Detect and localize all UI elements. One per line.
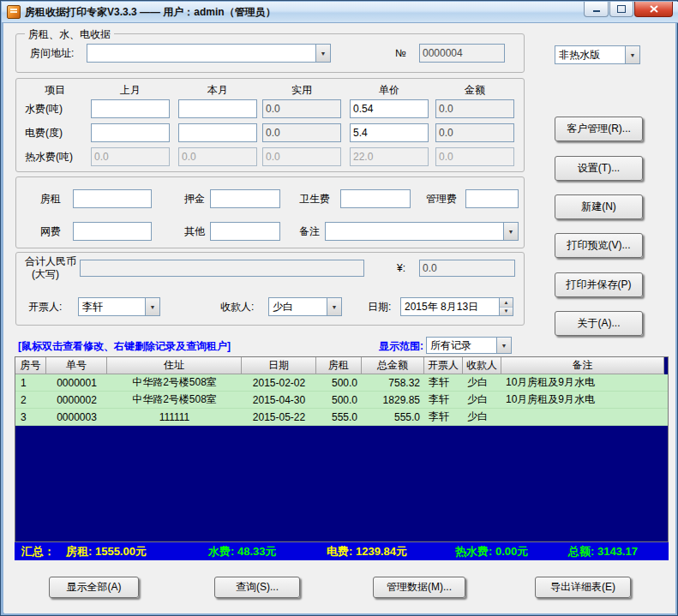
cell-remark: 10月房租及9月水电 (501, 374, 664, 391)
table-row[interactable]: 2 0000002 中华路2号楼508室 2015-04-30 500.0 18… (15, 392, 668, 409)
internet-label: 网费 (40, 222, 61, 241)
room-address-combo[interactable]: ▼ (87, 44, 331, 63)
print-save-button[interactable]: 打印并保存(P) (555, 272, 643, 297)
deposit-input[interactable] (210, 189, 280, 208)
fee-grid-groupbox: 项目 上月 本月 实用 单价 金额 水费(吨) 电费(度) 热水费(吨) (15, 78, 525, 172)
summary-bar: 汇总： 房租: 1555.00元 水费: 48.33元 电费: 1239.84元… (15, 542, 669, 560)
maximize-icon (617, 5, 626, 13)
hint-text: [鼠标双击查看修改、右键删除记录及查询租户] (18, 339, 231, 354)
close-button[interactable] (634, 2, 673, 17)
hotwater-current-month-input (178, 147, 257, 166)
summary-rent: 房租: 1555.00元 (66, 542, 147, 560)
total-in-words-field (80, 260, 364, 277)
header-total: 总金额 (362, 357, 424, 374)
app-window: 房租收据打印专家V3.3.3 —— 用户：admin（管理员） 房租、水、电收据… (0, 0, 678, 616)
remark-combo[interactable]: ▼ (325, 222, 519, 241)
date-label: 日期: (368, 297, 391, 316)
query-button[interactable]: 查询(S)... (214, 577, 300, 598)
maximize-button[interactable] (609, 2, 633, 17)
receipt-groupbox: 房租、水、电收据 房间地址: ▼ № (15, 33, 525, 73)
management-label: 管理费 (426, 189, 457, 208)
rent-input[interactable] (73, 189, 152, 208)
sanitation-label: 卫生费 (299, 189, 330, 208)
cell-address: 111111 (107, 409, 242, 425)
cell-payee: 少白 (463, 374, 501, 391)
minimize-button[interactable] (584, 2, 609, 17)
minimize-icon (592, 5, 601, 13)
spin-down-icon[interactable]: ▼ (500, 308, 513, 316)
water-usage-field (262, 99, 341, 118)
other-fees-groupbox: 房租 押金 卫生费 管理费 网费 其他 备注 ▼ (15, 176, 525, 248)
other-label: 其他 (184, 222, 205, 241)
show-all-button[interactable]: 显示全部(A) (49, 577, 139, 598)
total-in-words-label-line2: (大写) (32, 267, 59, 281)
cell-remark: 10月房租及9月水电 (501, 392, 664, 408)
summary-grand-total: 总额: 3143.17 (568, 542, 638, 560)
chevron-down-icon[interactable]: ▼ (327, 298, 341, 315)
cell-rent: 500.0 (316, 374, 362, 391)
cell-date: 2015-05-22 (242, 409, 316, 425)
cell-payee: 少白 (463, 392, 501, 408)
manage-data-button[interactable]: 管理数据(M)... (373, 577, 465, 598)
electric-usage-field (262, 123, 341, 142)
cell-total: 555.0 (362, 409, 424, 425)
col-amount-label: 金额 (435, 83, 514, 98)
sanitation-input[interactable] (340, 189, 411, 208)
water-amount-field (435, 99, 514, 118)
settings-button[interactable]: 设置(T)... (555, 156, 643, 181)
issuer-combo[interactable]: 李轩 ▼ (78, 297, 160, 316)
date-value: 2015年 8月13日 (401, 298, 499, 315)
customer-management-button[interactable]: 客户管理(R)... (555, 117, 643, 141)
yuan-field (419, 260, 515, 277)
summary-total-label: 汇总： (21, 542, 55, 560)
range-value: 所有记录 (427, 338, 496, 353)
export-detail-button[interactable]: 导出详细表(E) (535, 577, 631, 598)
date-picker[interactable]: 2015年 8月13日 ▲ ▼ (400, 297, 513, 316)
cell-rent: 555.0 (316, 409, 362, 425)
electric-amount-field (435, 123, 514, 142)
version-combo[interactable]: 非热水版 ▼ (555, 45, 640, 64)
chevron-down-icon[interactable]: ▼ (625, 46, 639, 63)
internet-input[interactable] (73, 222, 152, 241)
electric-last-month-input[interactable] (91, 123, 170, 142)
water-price-input[interactable] (350, 99, 429, 118)
range-label: 显示范围: (379, 339, 423, 354)
cell-room: 3 (15, 409, 46, 425)
issuer-value: 李轩 (79, 300, 145, 314)
payee-combo[interactable]: 少白 ▼ (268, 297, 342, 316)
total-in-words-label-line1: 合计人民币 (25, 254, 76, 268)
print-preview-button[interactable]: 打印预览(V)... (555, 233, 643, 258)
electric-price-input[interactable] (350, 123, 429, 142)
yuan-label: ¥: (397, 259, 405, 278)
table-row[interactable]: 3 0000003 111111 2015-05-22 555.0 555.0 … (15, 409, 668, 426)
water-current-month-input[interactable] (178, 99, 257, 118)
chevron-down-icon[interactable]: ▼ (315, 45, 330, 62)
header-address: 住址 (107, 357, 242, 374)
header-room: 房号 (15, 357, 46, 374)
other-input[interactable] (210, 222, 280, 241)
spin-up-icon[interactable]: ▲ (500, 298, 513, 308)
table-row[interactable]: 1 0000001 中华路2号楼508室 2015-02-02 500.0 75… (15, 374, 668, 392)
cell-total: 1829.85 (362, 392, 424, 408)
about-button[interactable]: 关于(A)... (555, 311, 643, 336)
chevron-down-icon[interactable]: ▼ (145, 298, 159, 315)
summary-electric: 电费: 1239.84元 (327, 542, 407, 560)
water-last-month-input[interactable] (91, 99, 170, 118)
hotwater-usage-field (262, 147, 341, 166)
chevron-down-icon[interactable]: ▼ (503, 223, 518, 240)
payee-value: 少白 (269, 300, 327, 314)
window-title: 房租收据打印专家V3.3.3 —— 用户：admin（管理员） (25, 5, 276, 20)
electric-current-month-input[interactable] (178, 123, 257, 142)
cell-issuer: 李轩 (424, 409, 463, 425)
hotwater-last-month-input (91, 147, 170, 166)
chevron-down-icon[interactable]: ▼ (496, 338, 511, 353)
management-input[interactable] (465, 189, 519, 208)
range-combo[interactable]: 所有记录 ▼ (426, 337, 512, 354)
new-button[interactable]: 新建(N) (555, 194, 643, 219)
header-date: 日期 (242, 357, 316, 374)
cell-address: 中华路2号楼508室 (107, 392, 242, 408)
title-bar[interactable]: 房租收据打印专家V3.3.3 —— 用户：admin（管理员） (2, 2, 678, 23)
cell-order: 0000001 (46, 374, 107, 391)
groupbox-title: 房租、水、电收据 (25, 27, 114, 42)
cell-date: 2015-04-30 (242, 392, 316, 408)
